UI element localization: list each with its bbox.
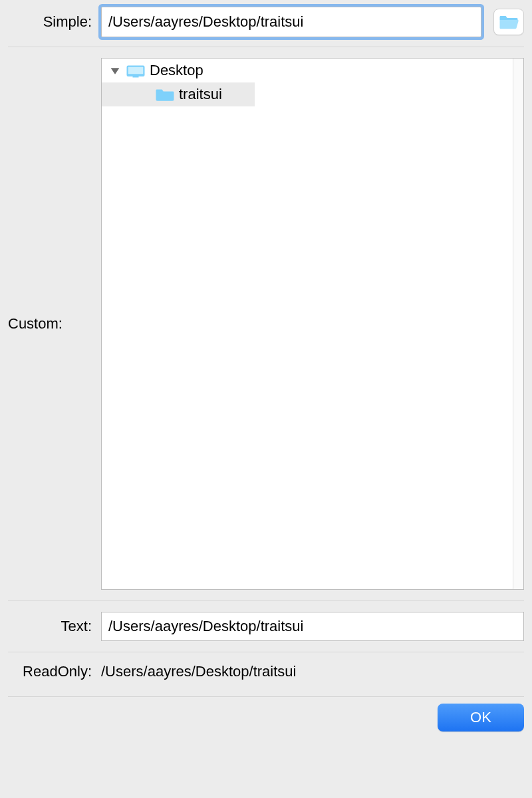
- disclosure-triangle-icon[interactable]: [108, 65, 122, 78]
- directory-tree[interactable]: Desktop traitsui: [101, 58, 524, 590]
- browse-folder-button[interactable]: [493, 9, 524, 35]
- label-text: Text:: [8, 618, 101, 635]
- simple-field-group: [101, 7, 524, 37]
- custom-field-group: Desktop traitsui: [101, 58, 524, 590]
- svg-rect-2: [128, 67, 144, 74]
- dialog-root: Simple: Custom:: [0, 0, 532, 739]
- folder-icon: [155, 86, 175, 102]
- svg-marker-0: [111, 68, 120, 74]
- row-custom: Custom: Desktop: [8, 47, 524, 600]
- svg-rect-3: [133, 76, 139, 78]
- readonly-field-group: /Users/aayres/Desktop/traitsui: [101, 663, 524, 680]
- text-path-input[interactable]: [101, 612, 524, 641]
- tree-item-traitsui[interactable]: traitsui: [102, 82, 255, 106]
- desktop-folder-icon: [126, 63, 146, 78]
- simple-path-input[interactable]: [101, 7, 481, 37]
- label-custom: Custom:: [8, 58, 101, 590]
- label-readonly: ReadOnly:: [8, 663, 101, 680]
- row-simple: Simple:: [8, 5, 524, 47]
- text-field-group: [101, 612, 524, 641]
- tree-item-desktop[interactable]: Desktop: [102, 59, 523, 82]
- label-simple: Simple:: [8, 13, 101, 31]
- readonly-path-value: /Users/aayres/Desktop/traitsui: [101, 663, 296, 680]
- button-bar: OK: [8, 696, 524, 732]
- row-text: Text:: [8, 600, 524, 652]
- ok-button[interactable]: OK: [438, 704, 524, 732]
- tree-item-label: Desktop: [150, 62, 203, 79]
- tree-scrollbar[interactable]: [513, 59, 523, 589]
- row-readonly: ReadOnly: /Users/aayres/Desktop/traitsui: [8, 652, 524, 696]
- tree-item-label: traitsui: [179, 86, 231, 103]
- folder-open-icon: [499, 14, 519, 30]
